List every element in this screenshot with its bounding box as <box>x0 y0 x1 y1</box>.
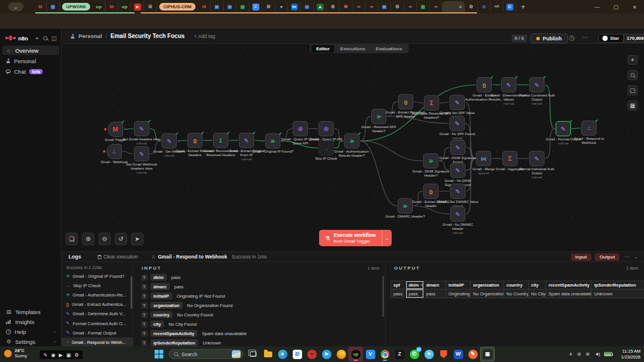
sidebar-item-insights[interactable]: Insights <box>2 317 59 326</box>
battery-icon[interactable] <box>604 352 612 356</box>
taskbar-app-vscode[interactable]: V <box>363 347 378 361</box>
canvas-layout-button[interactable]: ▦ <box>628 101 638 111</box>
taskbar-app-edge-browser[interactable]: e <box>275 347 290 361</box>
output-cell-initialIP[interactable]: Originating IP Not Found <box>446 289 471 298</box>
taskbar-clock[interactable]: 11:15 AM1/23/2026 <box>621 349 640 360</box>
sidebar-item-personal[interactable]: Personal <box>2 56 59 65</box>
clear-execution-button[interactable]: Clear execution <box>98 254 138 260</box>
tab-red-media-app[interactable]: ▸ <box>131 2 144 12</box>
node-7[interactable]: ✎✓ <box>239 133 254 148</box>
taskbar-search[interactable]: Search <box>169 349 244 359</box>
node-5[interactable]: {}✓ <box>187 133 203 148</box>
workflow-title[interactable]: Email Security Tech Focus <box>111 33 185 39</box>
output-cell-organization[interactable]: No Organization Found <box>471 289 504 298</box>
tab-calendar[interactable]: ▣ <box>224 2 237 12</box>
video-icon[interactable]: ▶ <box>59 352 63 358</box>
tab-upwork[interactable]: up <box>93 2 105 12</box>
tab-evaluations[interactable]: Evaluations <box>371 45 407 53</box>
tidy-up-button[interactable]: ➤ <box>131 233 143 245</box>
tab-editor[interactable]: Editor <box>311 45 334 53</box>
canvas-add-node-button[interactable]: + <box>628 55 638 65</box>
node-3[interactable]: ✎ <box>134 146 149 161</box>
window-close-button[interactable]: × <box>625 0 644 13</box>
input-field-row[interactable]: TorganizationNo Organization Found <box>133 301 385 310</box>
taskbar-app-whatsapp[interactable]: ✆27 <box>407 347 422 361</box>
sidebar-item-settings[interactable]: ⚙ Settings › <box>2 337 59 346</box>
input-scrollbar[interactable] <box>382 276 384 317</box>
sidebar-collapse-icon[interactable]: ◫ <box>52 35 57 42</box>
pen-icon[interactable]: ✎ <box>43 352 47 358</box>
output-col-organization[interactable]: organization <box>471 281 504 289</box>
tab-blue-c-app[interactable]: C <box>503 2 516 12</box>
input-toggle-button[interactable]: Input <box>571 253 592 261</box>
node-8[interactable]: ⋔✓ <box>265 133 280 149</box>
taskbar-app-brave[interactable] <box>436 347 451 361</box>
node-31[interactable]: ✎✓ <box>556 121 571 136</box>
tab-n8n[interactable]: ∞ <box>365 2 378 12</box>
window-minimize-button[interactable]: — <box>588 0 607 13</box>
tab-settings-gear[interactable]: ⚙ <box>391 2 404 12</box>
tab-gmail[interactable]: M <box>198 2 211 12</box>
output-cell-country[interactable]: No Country Found <box>504 289 529 298</box>
node-30[interactable]: ✎ <box>529 151 544 166</box>
breadcrumb-project[interactable]: Personal <box>78 33 102 39</box>
input-field-row[interactable]: TcountryNo Country Found <box>133 310 385 319</box>
tab-blue-grid-app[interactable]: ▦ <box>47 2 60 12</box>
logs-menu-dots[interactable]: ⋯ <box>624 254 629 260</box>
node-14[interactable]: {} <box>398 94 413 109</box>
taskbar-app-dark-z-app[interactable]: Z <box>392 347 407 361</box>
tab-gmail[interactable]: M <box>105 2 118 12</box>
log-list-item[interactable]: ∴Gmail - Respond to Webh... <box>61 337 133 347</box>
tab-upwork[interactable]: up <box>118 2 131 12</box>
node-2[interactable]: ∴ <box>107 144 122 159</box>
node-29[interactable]: Σ <box>502 151 518 166</box>
tab-gmail[interactable]: M <box>34 2 47 12</box>
fit-view-button[interactable]: ❏ <box>66 233 78 245</box>
taskbar-app-telegram[interactable]: ➤ <box>319 347 334 361</box>
canvas-search-button[interactable] <box>628 70 638 80</box>
sidebar-item-templates[interactable]: ▤ Templates <box>2 307 59 316</box>
log-list-item[interactable]: ✎Format Combined Auth O... <box>61 319 133 328</box>
taskbar-app-chrome[interactable] <box>378 347 392 361</box>
log-list-item[interactable]: ⋔Gmail - Authentication-Re... <box>61 290 133 299</box>
output-col-dmarc[interactable]: dmarc <box>424 281 446 289</box>
tab-calendar[interactable]: ▣ <box>378 2 391 12</box>
taskbar-app-upwork-app[interactable]: up <box>348 347 363 361</box>
tab-blue-photos-app[interactable]: ▣ <box>301 2 314 12</box>
node-9[interactable]: ⊕ <box>293 121 308 136</box>
hidden-icons-chevron[interactable]: ∧ <box>569 351 573 357</box>
node-12[interactable]: ⋔✓ <box>344 133 359 149</box>
volume-icon[interactable]: ◄) <box>594 351 600 357</box>
taskbar-app-task-view[interactable] <box>246 347 261 361</box>
zoom-out-button[interactable]: ⊖ <box>98 233 111 245</box>
publish-button[interactable]: Publish <box>530 33 568 43</box>
node-27[interactable]: ✎ <box>450 206 465 222</box>
taskbar-app-word[interactable]: W <box>451 347 465 361</box>
tab-close-icon[interactable]: × <box>459 4 462 10</box>
tab-group-ciphus-crm[interactable]: CIPHUS-CRM <box>159 3 196 11</box>
zoom-in-button[interactable]: ⊕ <box>82 233 94 245</box>
output-cell-ipSenderReputation[interactable]: Unknown <box>592 289 644 298</box>
output-cell-spf[interactable]: pass <box>390 289 406 298</box>
tab-api-docs[interactable]: API <box>491 2 503 12</box>
node-15[interactable]: Σ <box>424 95 439 111</box>
output-cell-city[interactable]: No City Found <box>529 289 546 298</box>
tab-group-upwork[interactable]: UPWORK <box>62 3 90 11</box>
canvas-sticky-note-button[interactable]: ▢ <box>628 85 638 95</box>
header-menu-dots[interactable]: ⋯ <box>582 33 588 41</box>
node-4[interactable]: ✎✓ <box>162 133 177 149</box>
weather-widget[interactable]: 28°CSunny <box>4 349 27 358</box>
tab-google[interactable]: G <box>478 2 491 12</box>
taskbar-app-screen-capture-app[interactable]: ▣ <box>480 347 495 361</box>
camera-icon[interactable]: ◉ <box>51 352 55 358</box>
node-32[interactable]: ∴✓ <box>581 120 597 136</box>
output-cell-dkim[interactable]: pass <box>406 289 424 298</box>
sidebar-item-help[interactable]: ? Help › <box>2 327 59 336</box>
output-col-country[interactable]: country <box>504 281 529 289</box>
tab-n8n[interactable]: ∞ <box>404 2 417 12</box>
taskbar-app-blue-hand-app[interactable]: ✦ <box>422 347 436 361</box>
tab-blue-globe-app[interactable]: ● <box>275 2 288 12</box>
node-1[interactable]: ✎✓ <box>134 121 149 136</box>
output-col-ipSenderReputation[interactable]: ipSenderReputation <box>592 281 644 289</box>
taskbar-app-red-app[interactable]: ● <box>304 347 319 361</box>
